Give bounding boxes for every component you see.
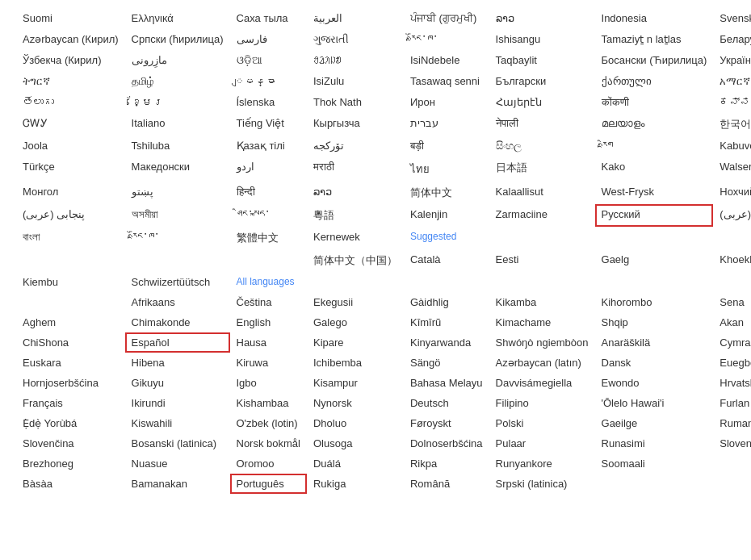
lang-item[interactable]: Dansk <box>595 353 714 373</box>
lang-item[interactable]: Українська <box>713 50 751 71</box>
lang-item[interactable]: Runyankore <box>489 453 595 474</box>
lang-item[interactable]: Thok Nath <box>307 92 404 113</box>
lang-item[interactable]: Filipino <box>489 393 595 413</box>
lang-item[interactable]: 日本語 <box>489 157 595 182</box>
lang-item[interactable]: Dholuo <box>307 413 404 433</box>
lang-item[interactable]: Rukiga <box>307 474 404 494</box>
lang-item[interactable]: Olusoga <box>307 433 404 453</box>
lang-item[interactable]: Italiano <box>125 113 230 136</box>
lang-item[interactable]: Gaelg <box>595 249 714 272</box>
lang-item[interactable]: मराठी <box>307 157 404 182</box>
lang-item[interactable]: Schwiizertüütsch <box>125 272 230 292</box>
lang-item[interactable]: Hornjoserbšćina <box>16 373 125 393</box>
lang-item[interactable]: Հայերէն <box>489 92 595 113</box>
lang-item[interactable]: Nuasue <box>125 453 230 474</box>
lang-item[interactable]: עברית <box>404 113 489 136</box>
lang-item[interactable]: कोंकणी <box>595 92 714 113</box>
lang-item[interactable]: Македонски <box>125 157 230 182</box>
lang-item[interactable]: नेपाली <box>489 113 595 136</box>
lang-item[interactable]: 简体中文 <box>404 182 489 204</box>
lang-item[interactable]: Kiruwa <box>230 353 307 373</box>
lang-item[interactable]: Ẹ̀dẹ̀ Yorùbá <box>16 413 125 433</box>
lang-item[interactable]: Gaeilge <box>595 413 714 433</box>
lang-item[interactable]: Akan <box>713 312 751 332</box>
lang-item[interactable]: IsiNdebele <box>404 50 489 71</box>
lang-item[interactable]: Rumantsch <box>713 413 751 433</box>
lang-item[interactable]: Suomi <box>16 8 125 29</box>
lang-item[interactable]: Rikpa <box>404 453 489 474</box>
lang-item[interactable]: Oromoo <box>230 453 307 474</box>
lang-item[interactable]: Polski <box>489 413 595 433</box>
lang-item[interactable]: Hrvatski <box>713 373 751 393</box>
lang-item[interactable]: Ўзбекча (Кирил) <box>16 50 125 71</box>
lang-item[interactable]: Ирон <box>404 92 489 113</box>
lang-item[interactable]: Kikamba <box>489 292 595 312</box>
lang-item[interactable]: Нохчийн <box>713 182 751 204</box>
lang-item[interactable]: Kisampur <box>307 373 404 393</box>
lang-item[interactable]: Gikuyu <box>125 373 230 393</box>
lang-item[interactable]: Euskara <box>16 353 125 373</box>
lang-item[interactable]: Tamaziyṯ n laṯlas <box>595 29 714 50</box>
lang-item[interactable]: অসমীয়া <box>125 204 230 227</box>
lang-item[interactable]: Kinyarwanda <box>404 332 489 353</box>
lang-item[interactable]: Runasimi <box>595 433 714 453</box>
lang-item[interactable]: বাংলা <box>16 227 125 249</box>
lang-item[interactable]: Zarmaciine <box>489 204 595 227</box>
lang-item[interactable]: සිංහල <box>489 136 595 157</box>
lang-item[interactable]: Eesti <box>489 249 595 272</box>
lang-item[interactable]: Кыргызча <box>307 113 404 136</box>
lang-item[interactable]: ລາວ <box>489 8 595 29</box>
lang-item[interactable]: Bahasa Melayu <box>404 373 489 393</box>
lang-item[interactable]: Føroyskt <box>404 413 489 433</box>
lang-item[interactable]: Ichibemba <box>307 353 404 373</box>
lang-item[interactable]: Soomaali <box>595 453 714 474</box>
lang-item[interactable]: Čeština <box>230 292 307 312</box>
lang-item[interactable]: Joola <box>16 136 125 157</box>
lang-item[interactable]: Ishisangu <box>489 29 595 50</box>
lang-item[interactable]: ქართული <box>595 71 714 92</box>
lang-item[interactable]: बड़ी <box>404 136 489 157</box>
lang-item[interactable]: 'Ōlelo Hawai'i <box>595 393 714 413</box>
lang-item[interactable]: Bàsàa <box>16 474 125 494</box>
lang-item[interactable]: Français <box>16 393 125 413</box>
lang-item[interactable]: རྫོང་ཁ་ <box>404 29 489 50</box>
lang-item[interactable]: Kishambaa <box>230 393 307 413</box>
lang-item[interactable]: Kīmīrũ <box>404 312 489 332</box>
lang-item[interactable]: Davvisámegiella <box>489 373 595 393</box>
lang-item[interactable]: العربية <box>307 8 404 29</box>
lang-item[interactable]: ਪੰਜਾਬੀ (ਗੁਰਮੁਖੀ) <box>404 8 489 29</box>
lang-item[interactable]: Gàidhlig <box>404 292 489 312</box>
lang-item[interactable]: O'zbek (lotin) <box>230 413 307 433</box>
lang-item[interactable]: Bamanakan <box>125 474 230 494</box>
lang-item[interactable]: Taqbaylit <box>489 50 595 71</box>
lang-item[interactable]: Aghem <box>16 312 125 332</box>
lang-item[interactable]: Khoekhoegowab <box>713 249 751 272</box>
lang-item[interactable]: Igbo <box>230 373 307 393</box>
lang-item[interactable]: Walser <box>713 157 751 182</box>
lang-item[interactable]: Español <box>125 332 230 353</box>
lang-item[interactable]: Hibena <box>125 353 230 373</box>
lang-item[interactable]: ျမန္မာ <box>230 71 307 92</box>
lang-item[interactable]: རྫིག <box>595 136 714 157</box>
lang-item[interactable]: Norsk bokmål <box>230 433 307 453</box>
lang-item[interactable]: Ewondo <box>595 373 714 393</box>
lang-item[interactable]: Русский <box>595 204 714 227</box>
lang-item[interactable]: Kiembu <box>16 272 125 292</box>
lang-item[interactable]: മലയാളം <box>595 113 714 136</box>
lang-item[interactable]: 한국어 <box>713 113 751 136</box>
lang-item[interactable]: தமிழ் <box>125 71 230 92</box>
lang-item[interactable]: Kalaallisut <box>489 182 595 204</box>
lang-item[interactable]: Afrikaans <box>125 292 230 312</box>
lang-item[interactable]: ಕನ್ನಡ <box>713 92 751 113</box>
lang-item[interactable]: Azərbaycan (latın) <box>489 353 595 373</box>
lang-item[interactable]: ଓଡ଼ିଆ <box>230 50 307 71</box>
lang-item[interactable]: Tiếng Việt <box>230 113 307 136</box>
lang-item[interactable]: Беларуская <box>713 29 751 50</box>
lang-item[interactable]: Dolnoserbšćina <box>404 433 489 453</box>
lang-item[interactable]: Српски (ћирилица) <box>125 29 230 50</box>
lang-item[interactable]: Furlan <box>713 393 751 413</box>
lang-item[interactable]: Bosanski (latinica) <box>125 433 230 453</box>
lang-item[interactable]: ไทย <box>404 157 489 182</box>
lang-item[interactable]: Kipare <box>307 332 404 353</box>
lang-item[interactable]: Shwóŋò ngiembòon <box>489 332 595 353</box>
